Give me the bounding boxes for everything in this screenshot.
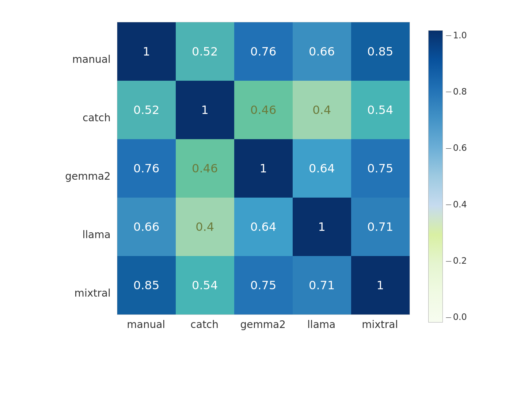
cell-mixtral-catch: 0.54 xyxy=(176,256,234,314)
cell-manual-catch: 0.52 xyxy=(176,22,234,81)
cell-gemma2-catch: 0.46 xyxy=(176,139,234,198)
colorbar-container: 1.00.80.60.40.20.0 xyxy=(428,30,467,323)
y-label-catch: catch xyxy=(83,89,113,147)
heatmap-grid: 10.520.760.660.850.5210.460.40.540.760.4… xyxy=(117,22,410,315)
colorbar-tick-0.8: 0.8 xyxy=(446,87,467,97)
cell-llama-gemma2: 0.64 xyxy=(234,198,293,256)
cell-catch-catch: 1 xyxy=(176,81,234,139)
x-label-gemma2: gemma2 xyxy=(234,318,292,331)
chart-body: manualcatchgemma2llamamixtral 10.520.760… xyxy=(65,22,467,331)
cell-mixtral-gemma2: 0.75 xyxy=(234,256,293,314)
cell-llama-catch: 0.4 xyxy=(176,198,234,256)
colorbar-tick-0.0: 0.0 xyxy=(446,312,467,322)
y-label-llama: llama xyxy=(83,206,113,264)
x-label-manual: manual xyxy=(117,318,175,331)
colorbar-tick-0.2: 0.2 xyxy=(446,256,467,266)
colorbar-gradient xyxy=(428,30,443,323)
cell-gemma2-gemma2: 1 xyxy=(234,139,293,198)
y-label-manual: manual xyxy=(72,30,113,89)
cell-catch-llama: 0.4 xyxy=(293,81,351,139)
cell-catch-gemma2: 0.46 xyxy=(234,81,293,139)
heatmap-grid-and-x: 10.520.760.660.850.5210.460.40.540.760.4… xyxy=(117,22,410,331)
y-label-mixtral: mixtral xyxy=(75,264,113,323)
cell-catch-mixtral: 0.54 xyxy=(351,81,410,139)
cell-llama-mixtral: 0.71 xyxy=(351,198,410,256)
cell-mixtral-manual: 0.85 xyxy=(117,256,176,314)
y-labels: manualcatchgemma2llamamixtral xyxy=(65,30,113,323)
colorbar-tick-0.6: 0.6 xyxy=(446,143,467,153)
heatmap-with-labels: manualcatchgemma2llamamixtral 10.520.760… xyxy=(65,22,410,331)
cell-manual-gemma2: 0.76 xyxy=(234,22,293,81)
cell-catch-manual: 0.52 xyxy=(117,81,176,139)
colorbar-ticks: 1.00.80.60.40.20.0 xyxy=(443,30,467,323)
cell-llama-llama: 1 xyxy=(293,198,351,256)
cell-mixtral-mixtral: 1 xyxy=(351,256,410,314)
cell-manual-mixtral: 0.85 xyxy=(351,22,410,81)
cell-llama-manual: 0.66 xyxy=(117,198,176,256)
cell-manual-manual: 1 xyxy=(117,22,176,81)
x-label-catch: catch xyxy=(175,318,234,331)
x-labels: manualcatchgemma2llamamixtral xyxy=(117,318,410,331)
cell-gemma2-llama: 0.64 xyxy=(293,139,351,198)
y-label-gemma2: gemma2 xyxy=(65,147,113,206)
chart-container: manualcatchgemma2llamamixtral 10.520.760… xyxy=(0,0,532,412)
colorbar-tick-1.0: 1.0 xyxy=(446,30,467,41)
cell-mixtral-llama: 0.71 xyxy=(293,256,351,314)
x-label-llama: llama xyxy=(292,318,351,331)
cell-gemma2-mixtral: 0.75 xyxy=(351,139,410,198)
x-label-mixtral: mixtral xyxy=(351,318,409,331)
cell-gemma2-manual: 0.76 xyxy=(117,139,176,198)
cell-manual-llama: 0.66 xyxy=(293,22,351,81)
heatmap-area: manualcatchgemma2llamamixtral 10.520.760… xyxy=(65,22,410,331)
colorbar-tick-0.4: 0.4 xyxy=(446,199,467,210)
